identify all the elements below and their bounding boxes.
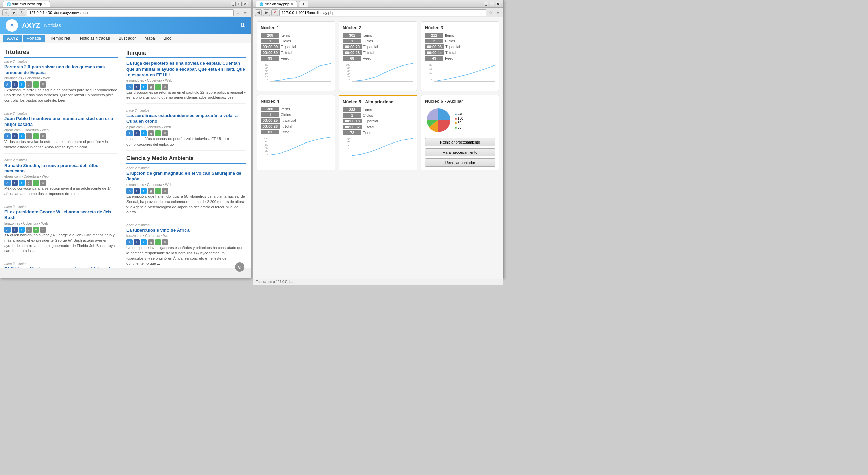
tab-mapa[interactable]: Mapa [141,35,159,42]
reload-btn-right[interactable]: ✕ [271,9,278,16]
tab-new-right[interactable]: + [299,1,309,7]
twitter-share-icon[interactable]: t [19,133,25,139]
tab-portada[interactable]: Portada [23,35,45,42]
twitter-share-icon[interactable]: t [141,130,147,136]
forward-btn-right[interactable]: ▶ [263,9,270,16]
twitter-share-icon[interactable]: t [141,239,147,245]
gplus-share-icon[interactable]: g [26,81,32,88]
add-share-icon[interactable]: + [33,81,39,88]
bookmark-icon-right[interactable]: ☆ [488,10,494,16]
axyz-share-icon[interactable]: A [126,239,133,245]
back-btn-right[interactable]: ◀ [255,9,262,16]
twitter-share-icon[interactable]: t [141,188,147,194]
mail-share-icon[interactable]: ✉ [40,81,46,88]
add-share-icon[interactable]: + [155,130,161,136]
add-share-icon[interactable]: + [33,133,39,139]
facebook-share-icon[interactable]: f [12,81,18,88]
gplus-share-icon[interactable]: g [148,130,154,136]
article-title[interactable]: Pastores 2.0 para salvar uno de los ques… [4,64,118,76]
axyz-share-icon[interactable]: A [4,180,11,186]
add-share-icon[interactable]: + [155,188,161,194]
back-btn-left[interactable]: ◀ [2,9,9,16]
reload-btn-left[interactable]: ↻ [19,9,25,16]
facebook-share-icon[interactable]: f [134,239,140,245]
mail-share-icon[interactable]: ✉ [162,239,168,245]
minimize-btn-left[interactable]: _ [231,2,236,6]
gplus-share-icon[interactable]: g [148,239,154,245]
tab-axyz[interactable]: AXYZ [3,35,22,42]
facebook-share-icon[interactable]: f [12,227,18,233]
reiniciar-procesamiento-button[interactable]: Reiniciar procesamiento [425,138,495,146]
nucleus-card-4: Núcleo 4 380 Items 1 Ciclos 00:00:25 T. … [257,95,335,170]
add-share-icon[interactable]: + [33,227,39,233]
facebook-share-icon[interactable]: f [12,133,18,139]
minimize-btn-right[interactable]: _ [484,2,488,6]
tab-bloc[interactable]: Bloc [160,35,176,42]
list-item: hace 2 minutos Pastores 2.0 para salvar … [4,60,118,107]
article-title[interactable]: FACUA manifiesta su preocupación por el … [4,266,118,268]
axyz-share-icon[interactable]: A [126,188,133,194]
facebook-share-icon[interactable]: f [134,188,140,194]
tab-func-display[interactable]: 🌐 func.display.php ✕ [256,1,297,7]
tab-noticias-filtradas[interactable]: Noticias filtradas [76,35,114,42]
tab-close-left[interactable]: ✕ [43,2,46,6]
facebook-share-icon[interactable]: f [134,130,140,136]
axyz-share-icon[interactable]: A [126,130,133,136]
axyz-share-icon[interactable]: A [126,84,133,90]
social-icons: A f t g + ✉ [4,81,118,88]
article-title[interactable]: Juan Pablo II mantuvo una intensa amista… [4,116,118,128]
mail-share-icon[interactable]: ✉ [40,133,46,139]
facebook-share-icon[interactable]: f [12,180,18,186]
tab-axyz-news[interactable]: 🌐 func.axyz.news.php ✕ [3,1,50,7]
add-share-icon[interactable]: + [155,84,161,90]
article-title[interactable]: Erupción de gran magnitud en el volcán S… [126,171,246,182]
close-btn-right[interactable]: ✕ [496,2,500,6]
mail-share-icon[interactable]: ✉ [40,180,46,186]
add-share-icon[interactable]: + [33,180,39,186]
gplus-share-icon[interactable]: g [148,188,154,194]
url-bar-right[interactable] [279,9,486,16]
menu-icon-left[interactable]: ≡ [242,10,249,16]
article-title[interactable]: Las aerolíneas estadounidenses empezarán… [126,113,246,125]
mail-share-icon[interactable]: ✉ [162,188,168,194]
reiniciar-contador-button[interactable]: Reiniciar contador [425,158,495,167]
close-btn-left[interactable]: ✕ [243,2,248,6]
stat-val-tparcial-1: 00:00:09 [261,44,280,49]
tab-close-right[interactable]: ✕ [291,2,293,6]
gplus-share-icon[interactable]: g [148,84,154,90]
maximize-btn-right[interactable]: □ [490,2,494,6]
twitter-share-icon[interactable]: t [19,180,25,186]
header-sort-icon[interactable]: ⇅ [240,22,245,29]
add-share-icon[interactable]: + [155,239,161,245]
mail-share-icon[interactable]: ✉ [40,227,46,233]
tab-tiempo-real[interactable]: Tiempo real [46,35,75,42]
gplus-share-icon[interactable]: g [26,227,32,233]
axyz-share-icon[interactable]: A [4,227,11,233]
gplus-share-icon[interactable]: g [26,180,32,186]
axyz-share-icon[interactable]: A [4,81,11,88]
tab-favicon: 🌐 [7,2,11,6]
twitter-share-icon[interactable]: t [141,84,147,90]
url-bar-left[interactable] [27,9,234,16]
display-content: Núcleo 1 208 Items 1 Ciclos 00:00:09 T. … [253,17,503,279]
scroll-bottom-btn[interactable]: ⊙ [235,262,244,272]
bookmark-icon-left[interactable]: ☆ [235,10,241,16]
list-item: hace 2 minutos El ex presidente George W… [4,205,118,257]
forward-btn-left[interactable]: ▶ [11,9,17,16]
twitter-share-icon[interactable]: t [19,227,25,233]
twitter-share-icon[interactable]: t [19,81,25,88]
facebook-share-icon[interactable]: f [134,84,140,90]
tab-buscador[interactable]: Buscador [115,35,140,42]
article-title[interactable]: Ronaldo Zinedin, la nueva promesa del fú… [4,163,118,174]
mail-share-icon[interactable]: ✉ [162,130,168,136]
axyz-share-icon[interactable]: A [4,133,11,139]
maximize-btn-left[interactable]: □ [237,2,242,6]
window-controls-right: _ □ ✕ [484,2,500,6]
article-title[interactable]: El ex presidente George W., el arma secr… [4,209,118,221]
mail-share-icon[interactable]: ✉ [162,84,168,90]
menu-icon-right[interactable]: ≡ [495,10,501,16]
article-title[interactable]: La fuga del pelotero es una novela de es… [126,61,246,78]
article-title[interactable]: La tuberculosis vino de África [126,228,246,233]
gplus-share-icon[interactable]: g [26,133,32,139]
parar-procesamiento-button[interactable]: Parar procesamiento [425,148,495,156]
